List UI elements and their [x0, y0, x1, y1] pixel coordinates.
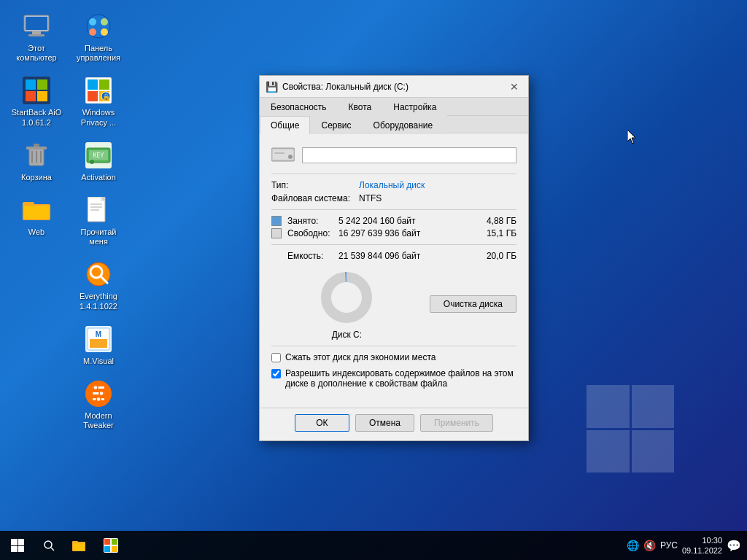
desktop: Этот компьютер StartBack AiO 1.0.61.2 [0, 0, 747, 531]
used-label: Занято: [287, 216, 338, 226]
svg-point-57 [288, 155, 293, 159]
svg-line-63 [51, 548, 54, 551]
taskbar: 🌐 🔇 РУС 10:30 09.11.2022 💬 [0, 531, 747, 560]
compress-checkbox-row: Сжать этот диск для экономии места [271, 352, 516, 362]
cancel-button[interactable]: Отмена [355, 414, 414, 432]
donut-chart-area: Диск С: [271, 268, 422, 340]
used-space-row: Занято: 5 242 204 160 байт 4,88 ГБ [271, 216, 516, 226]
divider-1 [271, 174, 516, 174]
store-icon [104, 538, 118, 553]
capacity-gb: 20,0 ГБ [480, 251, 516, 261]
type-label: Тип: [271, 180, 359, 190]
free-gb: 15,1 ГБ [480, 228, 516, 238]
dialog-title-text: Свойства: Локальный диск (C:) [282, 82, 506, 92]
system-tray: 🌐 🔇 РУС 10:30 09.11.2022 💬 [621, 535, 747, 556]
cleanup-button-area: Очистка диска [430, 295, 516, 313]
fs-value: NTFS [359, 193, 382, 203]
divider-2 [271, 209, 516, 210]
ok-button[interactable]: ОК [295, 414, 349, 432]
capacity-row: Емкость: 21 539 844 096 байт 20,0 ГБ [271, 251, 516, 261]
dialog-tabs-row2: Общие Сервис Оборудование [260, 116, 528, 133]
svg-rect-58 [274, 152, 285, 154]
volume-icon[interactable]: 🔇 [643, 540, 656, 551]
divider-3 [271, 244, 516, 245]
index-checkbox[interactable] [271, 369, 281, 378]
chart-cleanup-row: Диск С: Очистка диска [271, 268, 516, 340]
dialog-overlay: 💾 Свойства: Локальный диск (C:) ✕ Безопа… [0, 0, 747, 502]
tab-service[interactable]: Сервис [310, 116, 362, 134]
free-color-box [271, 228, 282, 238]
tab-quota[interactable]: Квота [338, 98, 383, 116]
notification-center-icon[interactable]: 💬 [727, 539, 741, 553]
dialog-tabs-row1: Безопасность Квота Настройка [260, 98, 528, 116]
svg-rect-71 [112, 546, 117, 552]
disk-drive-icon [271, 144, 295, 166]
dialog-close-button[interactable]: ✕ [506, 79, 522, 95]
disk-type-row: Тип: Локальный диск [271, 180, 516, 190]
index-label: Разрешить индексировать содержимое файло… [285, 368, 516, 389]
tab-settings[interactable]: Настройка [382, 98, 447, 116]
svg-rect-70 [104, 546, 110, 552]
divider-4 [271, 346, 516, 346]
free-label: Свободно: [287, 228, 338, 238]
file-explorer-taskbar-button[interactable] [63, 531, 95, 560]
cleanup-disk-button[interactable]: Очистка диска [430, 295, 516, 313]
svg-point-61 [333, 284, 360, 311]
dialog-icon-row [271, 144, 516, 166]
microsoft-store-taskbar-button[interactable] [95, 531, 127, 560]
disk-name-input[interactable] [302, 147, 516, 163]
search-icon [43, 540, 55, 551]
clock-time: 10:30 [682, 535, 722, 545]
used-color-box [271, 216, 282, 226]
compress-checkbox[interactable] [271, 353, 281, 362]
svg-point-62 [44, 541, 52, 548]
donut-chart [317, 268, 376, 327]
dialog-title-icon: 💾 [266, 81, 278, 93]
windows-logo-icon [11, 539, 24, 552]
globe-icon[interactable]: 🌐 [627, 540, 639, 551]
svg-rect-69 [112, 539, 117, 545]
index-checkbox-row: Разрешить индексировать содержимое файло… [271, 368, 516, 389]
free-bytes: 16 297 639 936 байт [338, 228, 480, 238]
start-button[interactable] [0, 531, 35, 560]
filesystem-row: Файловая система: NTFS [271, 193, 516, 203]
system-clock[interactable]: 10:30 09.11.2022 [682, 535, 722, 556]
capacity-bytes: 21 539 844 096 байт [338, 251, 480, 261]
dialog-content: Тип: Локальный диск Файловая система: NT… [260, 133, 528, 405]
search-button[interactable] [35, 531, 63, 560]
used-bytes: 5 242 204 160 байт [338, 216, 480, 226]
disk-properties-dialog: 💾 Свойства: Локальный диск (C:) ✕ Безопа… [259, 75, 529, 441]
capacity-label: Емкость: [287, 251, 338, 261]
disk-label: Диск С: [332, 330, 362, 340]
free-space-row: Свободно: 16 297 639 936 байт 15,1 ГБ [271, 228, 516, 238]
dialog-footer: ОК Отмена Применить [260, 408, 528, 440]
file-explorer-icon [71, 538, 86, 553]
svg-rect-68 [104, 539, 110, 545]
dialog-titlebar: 💾 Свойства: Локальный диск (C:) ✕ [260, 76, 528, 98]
language-indicator[interactable]: РУС [660, 540, 678, 551]
fs-label: Файловая система: [271, 193, 359, 203]
tab-general[interactable]: Общие [260, 116, 310, 134]
clock-date: 09.11.2022 [682, 545, 722, 556]
type-value: Локальный диск [359, 180, 425, 190]
tab-hardware[interactable]: Оборудование [363, 116, 444, 134]
used-gb: 4,88 ГБ [480, 216, 516, 226]
apply-button[interactable]: Применить [420, 414, 493, 432]
compress-label: Сжать этот диск для экономии места [285, 352, 436, 362]
tab-security[interactable]: Безопасность [260, 98, 338, 116]
svg-rect-66 [73, 543, 85, 551]
